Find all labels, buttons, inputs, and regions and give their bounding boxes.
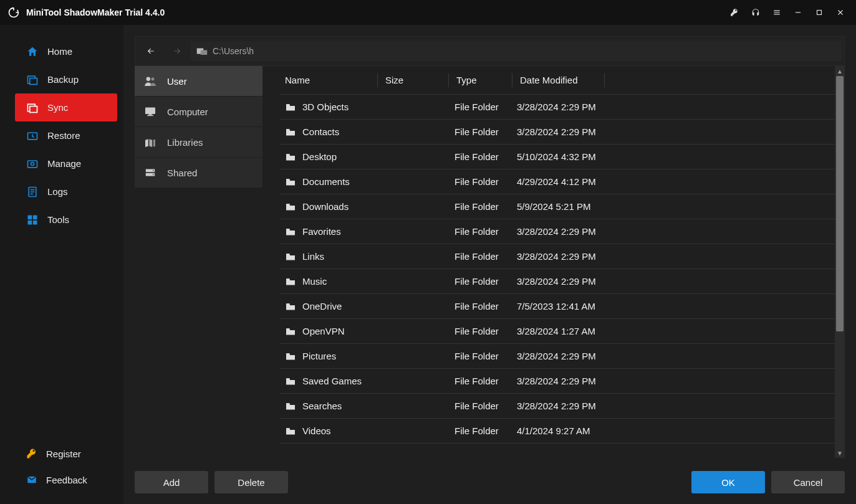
svg-point-17 xyxy=(147,77,150,81)
folder-icon xyxy=(285,103,296,112)
nav-back-button[interactable] xyxy=(138,36,164,66)
vertical-scrollbar[interactable]: ▲ ▼ xyxy=(835,66,845,458)
folder-icon xyxy=(285,202,296,211)
sidebar-item-label: Tools xyxy=(47,214,69,225)
scroll-down-icon[interactable]: ▼ xyxy=(835,448,845,458)
svg-rect-33 xyxy=(286,254,290,255)
sidebar-item-feedback[interactable]: Feedback xyxy=(15,467,117,493)
file-name: Desktop xyxy=(302,151,337,162)
ok-button[interactable]: OK xyxy=(691,471,765,493)
svg-rect-34 xyxy=(286,278,290,280)
table-row[interactable]: DocumentsFile Folder4/29/2024 4:12 PM xyxy=(280,169,845,194)
svg-rect-37 xyxy=(286,353,290,354)
maximize-button[interactable] xyxy=(809,0,830,25)
scroll-up-icon[interactable]: ▲ xyxy=(835,66,845,76)
titlebar: MiniTool ShadowMaker Trial 4.4.0 xyxy=(0,0,856,25)
path-input[interactable]: C:\Users\h xyxy=(190,41,842,61)
sidebar-item-label: Feedback xyxy=(46,475,87,485)
sidebar-item-logs[interactable]: Logs xyxy=(15,178,117,206)
svg-rect-22 xyxy=(153,140,155,146)
file-date: 3/28/2024 2:29 PM xyxy=(517,376,845,386)
svg-rect-1 xyxy=(817,11,822,15)
table-row[interactable]: MusicFile Folder3/28/2024 2:29 PM xyxy=(280,269,845,294)
file-type: File Folder xyxy=(454,326,517,336)
sidebar-item-manage[interactable]: Manage xyxy=(15,150,117,178)
column-date[interactable]: Date Modified xyxy=(512,74,604,87)
tree-item-computer[interactable]: Computer xyxy=(135,97,262,127)
menu-icon[interactable] xyxy=(766,0,787,25)
backup-icon xyxy=(26,74,39,86)
sidebar-item-register[interactable]: Register xyxy=(15,440,117,467)
footer: Add Delete OK Cancel xyxy=(135,458,845,494)
file-date: 4/29/2024 4:12 PM xyxy=(517,176,845,187)
svg-rect-28 xyxy=(286,129,290,130)
tree-item-libraries[interactable]: Libraries xyxy=(135,127,262,158)
file-type: File Folder xyxy=(454,351,517,361)
drive-icon xyxy=(196,47,208,55)
svg-rect-38 xyxy=(286,378,290,379)
tree-item-user[interactable]: User xyxy=(135,66,262,97)
file-name: Pictures xyxy=(302,351,336,361)
file-date: 7/5/2023 12:41 AM xyxy=(517,301,845,311)
svg-rect-10 xyxy=(28,215,32,219)
table-row[interactable]: VideosFile Folder4/1/2024 9:27 AM xyxy=(280,419,845,444)
svg-rect-32 xyxy=(286,229,290,230)
restore-icon xyxy=(26,130,39,142)
add-button[interactable]: Add xyxy=(135,471,208,493)
tree-item-shared[interactable]: Shared xyxy=(135,158,262,188)
file-date: 3/28/2024 2:29 PM xyxy=(517,276,845,287)
table-row[interactable]: 3D ObjectsFile Folder3/28/2024 2:29 PM xyxy=(280,95,845,120)
table-row[interactable]: ContactsFile Folder3/28/2024 2:29 PM xyxy=(280,120,845,145)
file-type: File Folder xyxy=(454,251,517,262)
minimize-button[interactable] xyxy=(787,0,809,25)
license-key-icon[interactable] xyxy=(724,0,745,25)
file-rows: 3D ObjectsFile Folder3/28/2024 2:29 PMCo… xyxy=(280,95,845,458)
file-name: Saved Games xyxy=(302,376,362,386)
table-row[interactable]: SearchesFile Folder3/28/2024 2:29 PM xyxy=(280,394,845,419)
svg-rect-13 xyxy=(33,220,37,224)
nav-forward-button[interactable] xyxy=(164,36,190,66)
svg-rect-11 xyxy=(33,215,37,219)
file-type: File Folder xyxy=(454,226,517,237)
svg-rect-31 xyxy=(286,204,290,205)
sidebar: Home Backup Sync Restore xyxy=(0,25,123,504)
tree-pane: User Computer Libraries xyxy=(135,66,262,458)
table-row[interactable]: Saved GamesFile Folder3/28/2024 2:29 PM xyxy=(280,369,845,394)
column-name[interactable]: Name xyxy=(280,75,377,85)
logs-icon xyxy=(26,186,39,198)
headset-icon[interactable] xyxy=(745,0,766,25)
svg-rect-20 xyxy=(149,114,152,115)
table-row[interactable]: DownloadsFile Folder5/9/2024 5:21 PM xyxy=(280,194,845,219)
folder-icon xyxy=(285,128,296,136)
delete-button[interactable]: Delete xyxy=(214,471,288,493)
table-row[interactable]: PicturesFile Folder3/28/2024 2:29 PM xyxy=(280,344,845,369)
sidebar-item-restore[interactable]: Restore xyxy=(15,121,117,150)
cancel-button[interactable]: Cancel xyxy=(771,471,845,493)
svg-rect-30 xyxy=(286,179,290,180)
file-type: File Folder xyxy=(454,276,517,287)
home-icon xyxy=(26,45,39,58)
content-area: C:\Users\h User Computer xyxy=(123,25,856,504)
sidebar-item-tools[interactable]: Tools xyxy=(15,206,117,234)
close-button[interactable] xyxy=(830,0,851,25)
folder-icon xyxy=(285,327,296,336)
svg-rect-29 xyxy=(286,154,290,155)
column-type[interactable]: Type xyxy=(448,74,512,87)
table-row[interactable]: FavoritesFile Folder3/28/2024 2:29 PM xyxy=(280,219,845,244)
app-title: MiniTool ShadowMaker Trial 4.4.0 xyxy=(26,7,165,17)
sidebar-item-sync[interactable]: Sync xyxy=(15,93,117,121)
table-row[interactable]: OpenVPNFile Folder3/28/2024 1:27 AM xyxy=(280,319,845,344)
column-size[interactable]: Size xyxy=(377,74,448,87)
svg-rect-5 xyxy=(30,106,37,112)
table-row[interactable]: LinksFile Folder3/28/2024 2:29 PM xyxy=(280,244,845,269)
scroll-thumb[interactable] xyxy=(836,76,844,331)
table-row[interactable]: DesktopFile Folder5/10/2024 4:32 PM xyxy=(280,145,845,169)
file-type: File Folder xyxy=(454,401,517,411)
file-name: Favorites xyxy=(302,226,341,237)
sync-icon xyxy=(26,102,39,114)
sidebar-item-home[interactable]: Home xyxy=(15,37,117,65)
file-date: 4/1/2024 9:27 AM xyxy=(517,426,845,436)
table-row[interactable]: OneDriveFile Folder7/5/2023 12:41 AM xyxy=(280,294,845,319)
file-date: 5/9/2024 5:21 PM xyxy=(517,201,845,212)
sidebar-item-backup[interactable]: Backup xyxy=(15,65,117,93)
